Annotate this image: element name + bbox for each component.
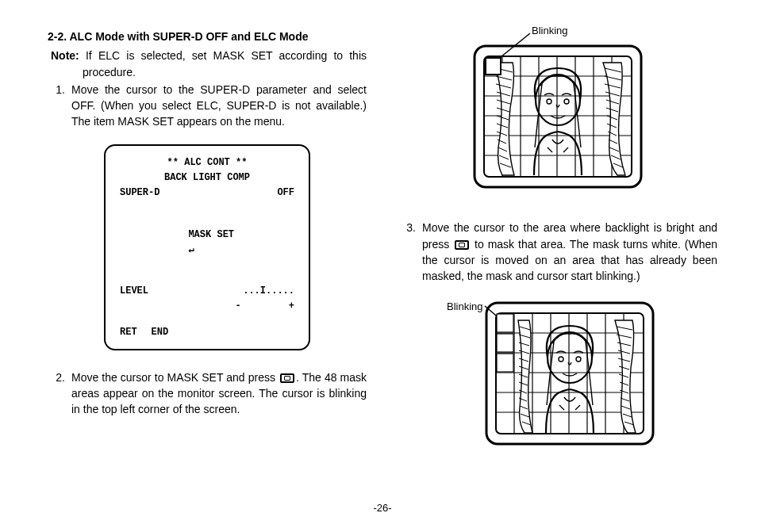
note-line: Note: If ELC is selected, set MASK SET a… <box>60 48 367 80</box>
menu-row-superd: SUPER-D OFF <box>120 186 294 201</box>
level-plus: + <box>289 299 294 314</box>
menu-row-ret-end: RET END <box>120 325 294 340</box>
person-illustration <box>546 326 594 433</box>
step-body: Move the cursor to MASK SET and press . … <box>71 369 367 418</box>
menu-label: SUPER-D <box>120 186 159 201</box>
menu-value: ...I..... <box>243 284 294 299</box>
set-button-icon <box>455 240 469 250</box>
note-body: If ELC is selected, set MASK SET accordi… <box>83 49 367 78</box>
menu-label: MASK SET <box>188 229 234 240</box>
svg-point-88 <box>559 357 563 362</box>
step-3: 3. Move the cursor to the area where bac… <box>398 220 717 284</box>
figure-2: Blinking <box>447 289 669 455</box>
menu-row-level: LEVEL ...I..... <box>120 284 294 299</box>
step-body: Move the cursor to the SUPER-D parameter… <box>71 82 367 130</box>
figure-1: Blinking <box>459 29 657 199</box>
curtain-left <box>518 320 532 433</box>
svg-rect-60 <box>497 354 513 372</box>
menu-end: END <box>152 325 169 340</box>
menu-value: OFF <box>277 186 294 201</box>
menu-row-level-scale: - + <box>120 299 294 314</box>
curtain-right <box>603 63 625 175</box>
step-number: 1. <box>48 82 65 130</box>
person-illustration <box>534 68 582 175</box>
svg-point-41 <box>547 99 551 104</box>
svg-rect-59 <box>497 334 513 352</box>
step-body: Move the cursor to the area where backli… <box>422 220 717 284</box>
step-2: 2. Move the cursor to MASK SET and press… <box>48 369 367 418</box>
osd-menu-illustration: ** ALC CONT ** BACK LIGHT COMP SUPER-D O… <box>104 144 310 350</box>
manual-page: 2-2. ALC Mode with SUPER-D OFF and ELC M… <box>0 0 757 532</box>
return-icon: ↵ <box>188 244 194 255</box>
left-column: 2-2. ALC Mode with SUPER-D OFF and ELC M… <box>48 29 367 464</box>
set-button-icon <box>280 373 294 383</box>
svg-rect-43 <box>486 58 501 75</box>
svg-point-42 <box>564 99 569 104</box>
svg-rect-58 <box>497 314 513 332</box>
svg-point-89 <box>576 357 581 362</box>
step2-text-a: Move the cursor to MASK SET and press <box>71 371 279 384</box>
step-1: 1. Move the cursor to the SUPER-D parame… <box>48 82 367 130</box>
page-number: -26- <box>48 501 717 516</box>
right-column: Blinking <box>398 29 717 464</box>
section-title: 2-2. ALC Mode with SUPER-D OFF and ELC M… <box>48 29 367 44</box>
blinking-label: Blinking <box>447 300 483 315</box>
curtain-right <box>615 320 636 433</box>
note-label: Note: <box>51 49 79 62</box>
menu-subtitle: BACK LIGHT COMP <box>120 170 294 186</box>
blinking-label: Blinking <box>532 24 568 39</box>
level-minus: - <box>236 299 241 314</box>
step-number: 3. <box>398 220 416 284</box>
curtain-left <box>494 63 514 175</box>
columns: 2-2. ALC Mode with SUPER-D OFF and ELC M… <box>48 29 717 464</box>
monitor-illustration-1 <box>459 29 657 195</box>
menu-label: LEVEL <box>120 284 148 299</box>
menu-ret: RET <box>120 325 137 340</box>
menu-title: ** ALC CONT ** <box>120 155 294 170</box>
step-number: 2. <box>48 369 65 418</box>
menu-row-maskset: MASK SET ↵ <box>120 212 294 273</box>
